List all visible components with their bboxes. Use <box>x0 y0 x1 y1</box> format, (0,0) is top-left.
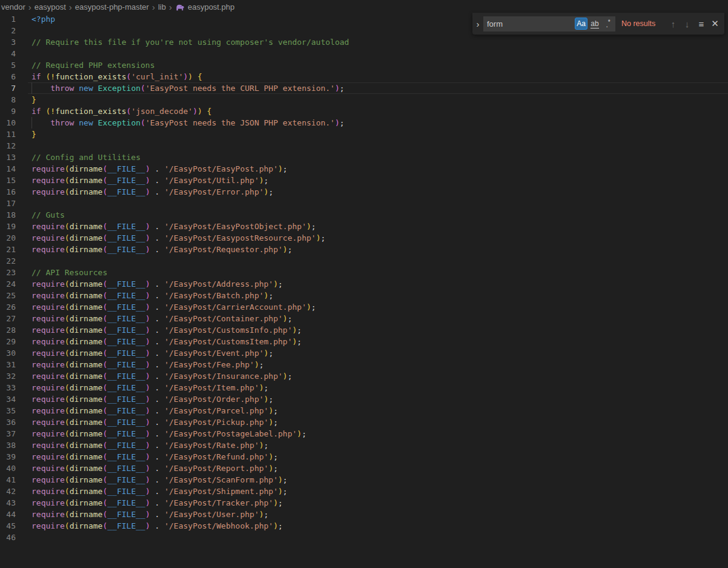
code-line[interactable]: 17 <box>0 198 728 209</box>
regex-button[interactable]: .* <box>602 18 614 30</box>
line-number: 11 <box>0 129 16 140</box>
code-line[interactable]: 14require(dirname(__FILE__) . '/EasyPost… <box>0 163 728 175</box>
line-number: 30 <box>0 347 16 359</box>
find-options: Aa ab .* <box>575 18 614 30</box>
code-line[interactable]: 31require(dirname(__FILE__) . '/EasyPost… <box>0 359 728 370</box>
code-line[interactable]: 23// API Resources <box>0 267 728 278</box>
line-number: 34 <box>0 393 16 405</box>
code-line[interactable]: 42require(dirname(__FILE__) . '/EasyPost… <box>0 486 728 497</box>
line-number: 3 <box>0 36 16 48</box>
code-line[interactable]: 6if (!function_exists('curl_init')) { <box>0 71 728 82</box>
line-number: 6 <box>0 71 16 82</box>
code-line[interactable]: 3// Require this file if you're not usin… <box>0 36 728 48</box>
code-line[interactable]: 22 <box>0 255 728 267</box>
code-line[interactable]: 8} <box>0 94 728 105</box>
find-in-selection-icon: ≡ <box>699 19 704 29</box>
code-line[interactable]: 5// Required PHP extensions <box>0 59 728 71</box>
toggle-replace-button[interactable]: › <box>472 13 483 35</box>
breadcrumb-file-name[interactable]: easypost.php <box>188 2 234 12</box>
code-line[interactable]: 16require(dirname(__FILE__) . '/EasyPost… <box>0 186 728 198</box>
code-line[interactable]: 29require(dirname(__FILE__) . '/EasyPost… <box>0 336 728 347</box>
code-line-content: require(dirname(__FILE__) . '/EasyPost/E… <box>28 186 728 198</box>
code-line[interactable]: 41require(dirname(__FILE__) . '/EasyPost… <box>0 474 728 486</box>
code-line-content: require(dirname(__FILE__) . '/EasyPost/R… <box>28 451 728 463</box>
breadcrumb-item[interactable]: vendor <box>1 2 25 12</box>
code-line-content <box>28 48 728 59</box>
find-in-selection-button[interactable]: ≡ <box>694 17 708 30</box>
code-line[interactable]: 18// Guts <box>0 209 728 221</box>
code-line-content: require(dirname(__FILE__) . '/EasyPost/U… <box>28 175 728 186</box>
code-line[interactable]: 11} <box>0 129 728 140</box>
close-find-button[interactable]: ✕ <box>708 17 722 30</box>
code-line[interactable]: 20require(dirname(__FILE__) . '/EasyPost… <box>0 232 728 244</box>
code-line-content: // Config and Utilities <box>28 152 728 163</box>
line-number: 25 <box>0 290 16 301</box>
code-line[interactable]: 38require(dirname(__FILE__) . '/EasyPost… <box>0 439 728 451</box>
code-line[interactable]: 36require(dirname(__FILE__) . '/EasyPost… <box>0 416 728 428</box>
find-input[interactable] <box>483 19 575 28</box>
code-line[interactable]: 27require(dirname(__FILE__) . '/EasyPost… <box>0 313 728 324</box>
code-line-content: require(dirname(__FILE__) . '/EasyPost/I… <box>28 370 728 382</box>
code-line[interactable]: 30require(dirname(__FILE__) . '/EasyPost… <box>0 347 728 359</box>
code-line[interactable]: 26require(dirname(__FILE__) . '/EasyPost… <box>0 301 728 313</box>
breadcrumb-item[interactable]: lib <box>158 2 166 12</box>
code-line[interactable]: 43require(dirname(__FILE__) . '/EasyPost… <box>0 497 728 509</box>
line-number: 21 <box>0 244 16 255</box>
line-number: 20 <box>0 232 16 244</box>
code-line-content: throw new Exception('EasyPost needs the … <box>28 82 728 94</box>
chevron-right-icon: › <box>69 2 72 12</box>
code-line[interactable]: 44require(dirname(__FILE__) . '/EasyPost… <box>0 509 728 520</box>
code-line-content: require(dirname(__FILE__) . '/EasyPost/F… <box>28 359 728 370</box>
code-line[interactable]: 46 <box>0 532 728 543</box>
regex-icon: .* <box>606 19 610 29</box>
line-number: 32 <box>0 370 16 382</box>
code-line-content: require(dirname(__FILE__) . '/EasyPost/W… <box>28 520 728 532</box>
code-line[interactable]: 13// Config and Utilities <box>0 152 728 163</box>
code-line[interactable]: 39require(dirname(__FILE__) . '/EasyPost… <box>0 451 728 463</box>
code-line[interactable]: 34require(dirname(__FILE__) . '/EasyPost… <box>0 393 728 405</box>
code-line-content: throw new Exception('EasyPost needs the … <box>28 117 728 129</box>
line-number: 41 <box>0 474 16 486</box>
code-line-content: // API Resources <box>28 267 728 278</box>
match-case-button[interactable]: Aa <box>575 18 587 30</box>
line-number: 35 <box>0 405 16 416</box>
line-number: 38 <box>0 439 16 451</box>
chevron-right-icon: › <box>28 2 31 12</box>
line-number: 19 <box>0 221 16 232</box>
code-line[interactable]: 7 throw new Exception('EasyPost needs th… <box>0 82 728 94</box>
code-line-content: require(dirname(__FILE__) . '/EasyPost/P… <box>28 405 728 416</box>
code-line-content: // Require this file if you're not using… <box>28 36 728 48</box>
code-line[interactable]: 10 throw new Exception('EasyPost needs t… <box>0 117 728 129</box>
code-line[interactable]: 40require(dirname(__FILE__) . '/EasyPost… <box>0 463 728 474</box>
code-line-content: require(dirname(__FILE__) . '/EasyPost/R… <box>28 244 728 255</box>
code-line-content: require(dirname(__FILE__) . '/EasyPost/B… <box>28 290 728 301</box>
code-line-content: // Guts <box>28 209 728 221</box>
whole-word-button[interactable]: ab <box>589 18 601 30</box>
code-line[interactable]: 32require(dirname(__FILE__) . '/EasyPost… <box>0 370 728 382</box>
previous-match-button[interactable]: ↑ <box>666 17 680 30</box>
code-line[interactable]: 33require(dirname(__FILE__) . '/EasyPost… <box>0 382 728 393</box>
code-editor[interactable]: 1<?php23// Require this file if you're n… <box>0 13 728 568</box>
line-number: 40 <box>0 463 16 474</box>
chevron-right-icon: › <box>477 19 480 29</box>
code-line-content: require(dirname(__FILE__) . '/EasyPost/U… <box>28 509 728 520</box>
code-line[interactable]: 24require(dirname(__FILE__) . '/EasyPost… <box>0 278 728 290</box>
code-line-content: require(dirname(__FILE__) . '/EasyPost/T… <box>28 497 728 509</box>
code-line[interactable]: 12 <box>0 140 728 152</box>
line-number: 26 <box>0 301 16 313</box>
whole-word-icon: ab <box>591 19 598 28</box>
code-line[interactable]: 35require(dirname(__FILE__) . '/EasyPost… <box>0 405 728 416</box>
code-line[interactable]: 28require(dirname(__FILE__) . '/EasyPost… <box>0 324 728 336</box>
code-line[interactable]: 45require(dirname(__FILE__) . '/EasyPost… <box>0 520 728 532</box>
code-line[interactable]: 9if (!function_exists('json_decode')) { <box>0 105 728 117</box>
breadcrumb-item[interactable]: easypost-php-master <box>75 2 149 12</box>
code-line-content <box>28 140 728 152</box>
code-line[interactable]: 15require(dirname(__FILE__) . '/EasyPost… <box>0 175 728 186</box>
next-match-button[interactable]: ↓ <box>680 17 694 30</box>
code-line[interactable]: 4 <box>0 48 728 59</box>
code-line[interactable]: 21require(dirname(__FILE__) . '/EasyPost… <box>0 244 728 255</box>
code-line[interactable]: 37require(dirname(__FILE__) . '/EasyPost… <box>0 428 728 439</box>
code-line[interactable]: 19require(dirname(__FILE__) . '/EasyPost… <box>0 221 728 232</box>
code-line[interactable]: 25require(dirname(__FILE__) . '/EasyPost… <box>0 290 728 301</box>
breadcrumb-item[interactable]: easypost <box>35 2 66 12</box>
